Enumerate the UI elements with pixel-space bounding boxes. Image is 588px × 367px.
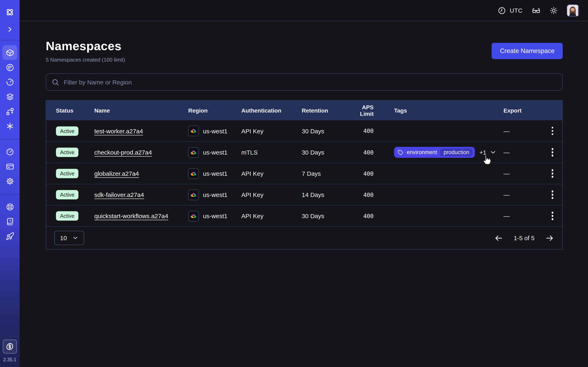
namespace-link[interactable]: checkout-prod.a27a4 — [94, 149, 152, 156]
labs-button[interactable] — [532, 6, 541, 15]
retention-cell: 30 Days — [302, 212, 348, 219]
credit-card-icon — [6, 162, 14, 171]
column-header-region: Region — [188, 107, 241, 114]
column-header-tags: Tags — [394, 107, 503, 114]
chevron-down-icon — [72, 235, 78, 241]
gauge-icon — [6, 147, 14, 156]
table-row: Active quickstart-workflows.a27a4 — [46, 205, 562, 226]
page-title: Namespaces — [46, 39, 125, 53]
sidebar-divider — [0, 40, 20, 40]
create-namespace-button[interactable]: Create Namespace — [492, 43, 563, 59]
temporal-logo[interactable] — [2, 5, 17, 20]
sidebar-item-stack[interactable] — [2, 89, 17, 104]
sun-icon — [550, 6, 558, 15]
book-sparkle-icon — [6, 217, 14, 226]
auth-cell: mTLS — [241, 149, 302, 156]
asterisk-icon — [6, 122, 14, 130]
page-size-value: 10 — [60, 234, 67, 242]
export-cell: — — [503, 212, 544, 219]
theme-toggle-button[interactable] — [550, 6, 558, 15]
aps-limit-cell: 400 — [348, 128, 394, 134]
tag-pill[interactable]: environment production — [394, 147, 475, 158]
namespace-link[interactable]: test-worker.a27a4 — [94, 127, 143, 134]
gcp-cloud-icon — [188, 147, 199, 158]
sidebar-item-schedules[interactable] — [2, 75, 17, 89]
retention-cell: 30 Days — [302, 149, 348, 156]
eye-swirl-icon — [6, 63, 14, 72]
column-header-aps-limit: APS Limit — [348, 104, 394, 117]
region-label: us-west1 — [203, 212, 227, 219]
column-header-export: Export — [503, 107, 544, 114]
sidebar-expand-button[interactable] — [2, 22, 17, 37]
credits-button[interactable] — [3, 340, 17, 354]
column-header-authentication: Authentication — [241, 107, 302, 114]
auth-cell: API Key — [241, 212, 302, 219]
glasses-icon — [532, 6, 541, 15]
tag-key: environment — [407, 149, 437, 155]
column-header-status: Status — [56, 107, 94, 114]
next-page-button[interactable] — [545, 234, 554, 242]
table-header-row: Status Name Region Authentication Retent… — [46, 101, 562, 120]
status-badge: Active — [56, 190, 79, 200]
pagination-range: 1-5 of 5 — [514, 234, 535, 242]
table-footer: 10 1-5 of 5 — [46, 226, 562, 249]
topbar: UTC — [20, 0, 588, 21]
auth-cell: API Key — [241, 127, 302, 134]
previous-page-button[interactable] — [494, 234, 503, 242]
namespaces-table: Status Name Region Authentication Retent… — [46, 100, 563, 250]
sidebar-item-settings[interactable] — [2, 174, 17, 188]
sidebar-item-integrations[interactable] — [2, 119, 17, 133]
sidebar-item-nexus[interactable] — [2, 104, 17, 119]
tags-expand-button[interactable]: +1 — [480, 149, 497, 156]
sidebar-item-get-started[interactable] — [2, 229, 17, 243]
search-icon — [52, 78, 59, 86]
chevron-down-icon — [490, 149, 497, 156]
row-menu-button[interactable] — [547, 167, 558, 180]
row-menu-button[interactable] — [547, 188, 558, 201]
filter-input[interactable] — [64, 78, 557, 85]
content: Namespaces 5 Namespaces created (100 lim… — [20, 21, 588, 367]
layers-icon — [6, 92, 14, 101]
sidebar-item-support[interactable] — [2, 200, 17, 214]
lifebuoy-icon — [6, 202, 14, 211]
retention-cell: 14 Days — [302, 191, 348, 198]
auth-cell: API Key — [241, 191, 302, 198]
gear-icon — [6, 177, 14, 185]
export-cell: — — [503, 170, 544, 177]
sidebar-item-docs[interactable] — [2, 214, 17, 229]
user-avatar[interactable] — [567, 4, 579, 17]
gcp-cloud-icon — [188, 168, 199, 179]
row-menu-button[interactable] — [547, 209, 558, 223]
namespace-link[interactable]: quickstart-workflows.a27a4 — [94, 212, 168, 219]
status-badge: Active — [56, 148, 79, 157]
sidebar-item-monitor[interactable] — [2, 60, 17, 75]
region-label: us-west1 — [203, 191, 227, 198]
avatar-image — [567, 5, 578, 16]
filter-bar — [46, 73, 563, 91]
status-badge: Active — [56, 169, 79, 178]
chevron-right-icon — [6, 26, 13, 33]
sidebar-item-namespaces[interactable] — [2, 45, 17, 60]
sidebar-divider — [0, 139, 20, 140]
tags-more-count: +1 — [480, 149, 486, 156]
namespace-link[interactable]: globalizer.a27a4 — [94, 170, 139, 177]
region-label: us-west1 — [203, 170, 227, 177]
page-size-select[interactable]: 10 — [54, 231, 84, 245]
aps-limit-cell: 400 — [348, 149, 394, 156]
retention-cell: 30 Days — [302, 127, 348, 134]
namespace-link[interactable]: sdk-failover.a27a4 — [94, 191, 144, 198]
column-header-retention: Retention — [302, 107, 348, 114]
sidebar-item-billing[interactable] — [2, 159, 17, 174]
timezone-button[interactable]: UTC — [498, 6, 523, 15]
sidebar: 2.35.1 — [0, 0, 20, 367]
row-menu-button[interactable] — [547, 146, 558, 159]
row-menu-button[interactable] — [547, 124, 558, 138]
sidebar-item-usage[interactable] — [2, 144, 17, 159]
cube-icon — [6, 48, 14, 57]
region-label: us-west1 — [203, 149, 227, 156]
app-version: 2.35.1 — [3, 357, 16, 362]
status-badge: Active — [56, 126, 79, 136]
table-row: Active globalizer.a27a4 — [46, 163, 562, 184]
aps-limit-cell: 400 — [348, 192, 394, 198]
table-row: Active test-worker.a27a4 — [46, 120, 562, 142]
